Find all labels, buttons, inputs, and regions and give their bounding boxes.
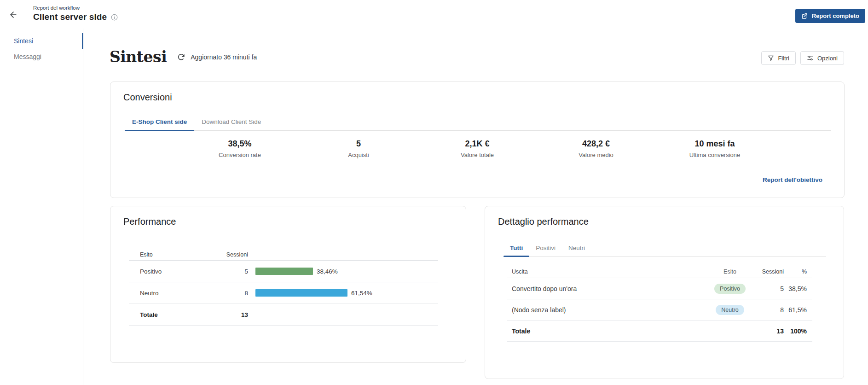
funnel-icon <box>768 55 774 61</box>
goal-report-link[interactable]: Report dell'obiettivo <box>763 176 822 183</box>
conversions-card: Conversioni E-Shop Client side Download … <box>110 82 845 198</box>
page-title: Client server side <box>33 12 107 22</box>
table-row-positivo: Positivo 5 38,46% <box>129 261 438 282</box>
sidebar-item-sintesi[interactable]: Sintesi <box>0 33 83 49</box>
stat-conversion-rate: 38,5% Conversion rate <box>180 139 299 158</box>
options-button[interactable]: Opzioni <box>800 51 844 65</box>
tab-eshop-client-side[interactable]: E-Shop Client side <box>125 118 194 130</box>
workflow-report-page: Report del workflow Client server side R… <box>0 0 868 385</box>
conversions-title: Conversioni <box>123 92 172 103</box>
stat-total-value: 2,1K € Valore totale <box>418 139 537 158</box>
performance-table-header: Esito Sessioni <box>129 249 438 261</box>
performance-title: Performance <box>123 216 176 227</box>
sidebar: Sintesi Messaggi <box>0 29 83 385</box>
sliders-icon <box>807 55 814 62</box>
performance-detail-card: Dettaglio performance Tutti Positivi Neu… <box>485 206 844 379</box>
neutral-bar <box>255 289 347 297</box>
performance-card: Performance Esito Sessioni Positivo 5 38… <box>110 206 466 363</box>
external-link-icon <box>801 13 808 19</box>
breadcrumb: Report del workflow <box>33 5 80 11</box>
stat-average-value: 428,2 € Valore medio <box>537 139 655 158</box>
top-header: Report del workflow Client server side R… <box>0 0 868 29</box>
performance-table: Esito Sessioni Positivo 5 38,46% Neutro … <box>129 249 438 326</box>
full-report-button[interactable]: Report completo <box>795 9 865 23</box>
table-row-converted: Convertito dopo un'ora Positivo 5 38,5% <box>507 278 812 299</box>
info-icon[interactable] <box>111 14 118 21</box>
positive-bar <box>255 268 313 275</box>
status-badge-positive: Positivo <box>714 284 746 294</box>
filters-button[interactable]: Filtri <box>761 51 796 65</box>
sidebar-item-messaggi[interactable]: Messaggi <box>0 49 83 64</box>
tab-tutti[interactable]: Tutti <box>503 245 529 256</box>
status-badge-neutral: Neutro <box>716 305 744 315</box>
refresh-icon[interactable] <box>177 53 185 61</box>
main-content: Sintesi Aggiornato 36 minuti fa Filtri O… <box>83 29 868 385</box>
tab-neutri[interactable]: Neutri <box>562 245 591 256</box>
conversion-stats: 38,5% Conversion rate 5 Acquisti 2,1K € … <box>110 139 844 158</box>
detail-table: Uscita Esito Sessioni % Convertito dopo … <box>507 265 812 342</box>
tab-download-client-side[interactable]: Download Client Side <box>194 118 268 130</box>
table-row-no-label-node: (Nodo senza label) Neutro 8 61,5% <box>507 299 812 321</box>
back-button[interactable] <box>7 8 20 21</box>
detail-tabs: Tutti Positivi Neutri <box>503 241 826 257</box>
updated-timestamp: Aggiornato 36 minuti fa <box>191 53 257 61</box>
table-row-total: Totale 13 <box>129 304 438 326</box>
tab-positivi[interactable]: Positivi <box>529 245 562 256</box>
stat-last-conversion: 10 mesi fa Ultima conversione <box>655 139 774 158</box>
performance-detail-title: Dettaglio performance <box>498 216 589 227</box>
arrow-left-icon <box>9 10 18 19</box>
table-row-total: Totale 13 100% <box>507 321 812 342</box>
section-heading: Sintesi <box>110 48 167 66</box>
conversions-tabs: E-Shop Client side Download Client Side <box>125 114 831 131</box>
table-row-neutro: Neutro 8 61,54% <box>129 282 438 304</box>
detail-table-header: Uscita Esito Sessioni % <box>507 265 812 278</box>
stat-purchases: 5 Acquisti <box>299 139 418 158</box>
